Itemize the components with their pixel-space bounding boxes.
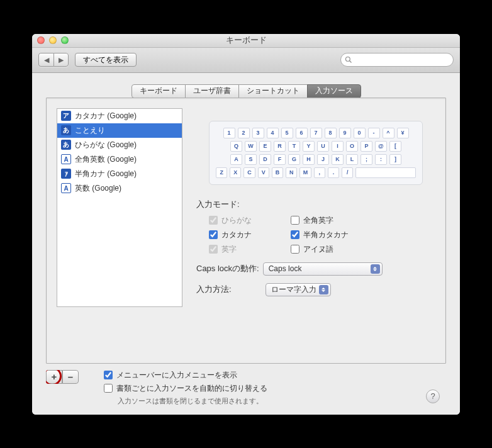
key: J <box>317 154 329 165</box>
bottom-row: + – メニューバーに入力メニューを表示 書類ごとに入力ソースを自動的に切り替え… <box>46 370 446 406</box>
tab-keyboard[interactable]: キーボード <box>131 84 186 98</box>
list-item[interactable]: アカタカナ (Google) <box>57 109 182 123</box>
key: 3 <box>252 128 264 138</box>
checkbox-ainu[interactable] <box>291 245 299 254</box>
key: G <box>288 154 300 165</box>
capslock-label: Caps lockの動作: <box>196 263 259 274</box>
mode-eiji: 英字 <box>209 244 278 255</box>
key: C <box>243 167 255 178</box>
key: E <box>259 141 271 152</box>
source-icon: A <box>61 154 71 164</box>
preferences-window: キーボード ◀ ▶ すべてを表示 キーボード ユーザ辞書 ショートカット 入力ソ… <box>32 34 460 415</box>
checkbox-hiragana <box>209 216 218 225</box>
checkbox-auto-switch[interactable] <box>104 384 113 393</box>
panel: アカタカナ (Google) あことえり あひらがな (Google) A全角英… <box>46 98 446 364</box>
key: P <box>361 141 372 152</box>
footnote: 入力ソースは書類を閉じるまで使用されます。 <box>118 396 267 406</box>
key: U <box>317 141 329 152</box>
checkbox-hankata[interactable] <box>291 230 299 239</box>
key: Q <box>230 141 242 152</box>
key: A <box>230 154 242 165</box>
help-button[interactable]: ? <box>426 389 440 403</box>
checkbox-katakana[interactable] <box>209 230 218 239</box>
capslock-row: Caps lockの動作: Caps lock <box>196 262 435 276</box>
input-mode-label: 入力モード: <box>196 199 435 210</box>
list-item[interactable]: あひらがな (Google) <box>57 138 182 152</box>
mode-ainu[interactable]: アイヌ語 <box>291 244 372 255</box>
key: , <box>314 167 325 178</box>
key: V <box>258 167 269 178</box>
key: H <box>303 154 315 165</box>
key: D <box>259 154 271 165</box>
input-method-select[interactable]: ローマ字入力 <box>266 283 331 296</box>
key: 9 <box>339 128 351 138</box>
key: @ <box>375 141 387 152</box>
source-icon: あ <box>61 140 71 150</box>
window-title: キーボード <box>32 35 460 46</box>
source-label: ことえり <box>75 125 105 136</box>
capslock-select[interactable]: Caps lock <box>263 262 383 276</box>
forward-button[interactable]: ▶ <box>53 53 69 67</box>
nav-buttons: ◀ ▶ <box>38 53 69 67</box>
remove-button[interactable]: – <box>62 370 79 384</box>
toolbar: ◀ ▶ すべてを表示 <box>32 48 460 73</box>
list-item[interactable]: あことえり <box>57 123 182 138</box>
key: I <box>332 141 344 152</box>
key: 7 <box>310 128 322 138</box>
key: 1 <box>223 128 235 138</box>
source-label: 全角英数 (Google) <box>75 154 137 165</box>
detail-pane: 1234567890-^¥QWERTYUIOP@[ASDFGHJKL;:]ZXC… <box>196 108 435 353</box>
key: L <box>346 154 358 165</box>
key: R <box>274 141 286 152</box>
key: Y <box>303 141 315 152</box>
source-icon: あ <box>61 125 71 135</box>
list-item[interactable]: A全角英数 (Google) <box>57 152 182 167</box>
back-button[interactable]: ◀ <box>38 53 53 67</box>
key: X <box>230 167 241 178</box>
key: N <box>286 167 297 178</box>
content-area: キーボード ユーザ辞書 ショートカット 入力ソース アカタカナ (Google)… <box>32 73 460 415</box>
mode-katakana[interactable]: カタカナ <box>209 230 278 240</box>
key: [ <box>389 141 401 152</box>
source-icon: A <box>61 183 71 193</box>
tab-inputsources[interactable]: 入力ソース <box>307 84 361 98</box>
key: 4 <box>267 128 279 138</box>
key: : <box>375 154 387 165</box>
mode-hankata[interactable]: 半角カタカナ <box>291 230 372 240</box>
checkbox-eiji <box>209 245 218 254</box>
key: Z <box>216 167 227 178</box>
list-item[interactable]: A英数 (Google) <box>57 181 182 196</box>
keyboard-preview: 1234567890-^¥QWERTYUIOP@[ASDFGHJKL;:]ZXC… <box>209 121 423 185</box>
search-icon <box>345 56 352 64</box>
tab-userdict[interactable]: ユーザ辞書 <box>185 84 239 98</box>
tab-bar: キーボード ユーザ辞書 ショートカット 入力ソース <box>46 84 446 98</box>
key: K <box>332 154 344 165</box>
tab-shortcuts[interactable]: ショートカット <box>238 84 308 98</box>
key: 8 <box>325 128 337 138</box>
source-icon: ア <box>61 111 71 121</box>
key: 5 <box>281 128 293 138</box>
add-button[interactable]: + <box>46 370 62 384</box>
key: ] <box>389 154 401 165</box>
input-method-row: 入力方法: ローマ字入力 <box>196 283 435 296</box>
key: / <box>342 167 353 178</box>
key: 2 <box>238 128 250 138</box>
bottom-options: メニューバーに入力メニューを表示 書類ごとに入力ソースを自動的に切り替える 入力… <box>104 370 267 406</box>
list-item[interactable]: ｱ半角カナ (Google) <box>57 167 182 181</box>
key: . <box>328 167 339 178</box>
key: O <box>346 141 358 152</box>
svg-line-1 <box>350 61 352 63</box>
source-icon: ｱ <box>61 169 71 179</box>
checkbox-show-menu[interactable] <box>104 371 113 379</box>
show-all-button[interactable]: すべてを表示 <box>75 53 137 67</box>
auto-switch[interactable]: 書類ごとに入力ソースを自動的に切り替える <box>104 383 267 394</box>
source-label: 英数 (Google) <box>75 183 121 194</box>
add-remove-group: + – <box>46 370 79 384</box>
chevron-updown-icon <box>371 264 380 274</box>
checkbox-zenkaku[interactable] <box>291 216 299 225</box>
show-input-menu[interactable]: メニューバーに入力メニューを表示 <box>104 370 267 381</box>
mode-hiragana: ひらがな <box>209 215 278 226</box>
mode-zenkaku[interactable]: 全角英字 <box>291 215 372 226</box>
input-source-list[interactable]: アカタカナ (Google) あことえり あひらがな (Google) A全角英… <box>57 108 182 307</box>
search-input[interactable] <box>340 53 454 67</box>
